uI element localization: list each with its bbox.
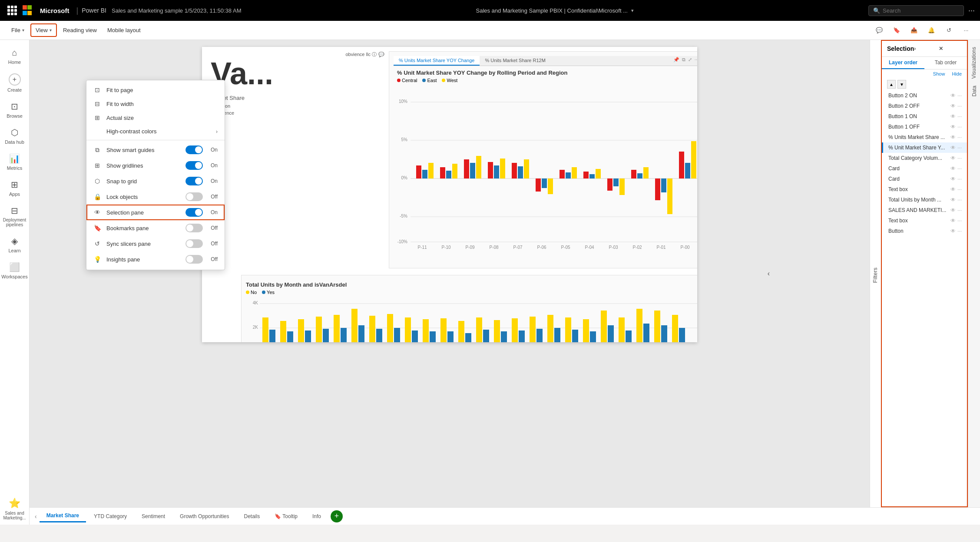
layer-item-total-units-month[interactable]: Total Units by Month ... 👁 ··· xyxy=(882,195,967,205)
layer-item-unit-market-share-y[interactable]: % Unit Market Share Y... 👁 ··· xyxy=(882,142,967,153)
tab-sentiment[interactable]: Sentiment xyxy=(135,511,172,522)
visibility-icon[interactable]: 👁 xyxy=(950,176,956,182)
selection-pane-toggle[interactable] xyxy=(185,208,203,217)
sync-toggle[interactable] xyxy=(185,239,203,248)
visibility-icon[interactable]: 👁 xyxy=(950,103,956,109)
layer-item-button[interactable]: Button 👁 ··· xyxy=(882,226,967,236)
refresh-icon[interactable]: ↺ xyxy=(942,23,956,37)
layer-item-units-market-share[interactable]: % Units Market Share ... 👁 ··· xyxy=(882,132,967,142)
tab-growth-opportunities[interactable]: Growth Opportunities xyxy=(173,511,236,522)
reading-view-button[interactable]: Reading view xyxy=(59,24,101,36)
visibility-icon[interactable]: 👁 xyxy=(950,165,956,172)
show-label[interactable]: Show xyxy=(933,71,945,76)
comment-icon[interactable]: 💬 xyxy=(872,23,886,37)
filters-label[interactable]: Filters xyxy=(870,264,880,286)
sidebar-item-deployment[interactable]: ⊟ Deployment pipelines xyxy=(1,201,29,231)
visibility-icon[interactable]: 👁 xyxy=(950,155,956,161)
more-layer-icon[interactable]: ··· xyxy=(957,145,962,151)
layer-item-text-box2[interactable]: Text box 👁 ··· xyxy=(882,215,967,226)
more-layer-icon[interactable]: ··· xyxy=(957,134,962,140)
smart-guides-toggle[interactable] xyxy=(185,145,203,154)
layer-item-btn1off[interactable]: Button 1 OFF 👁 ··· xyxy=(882,122,967,132)
gridlines-toggle[interactable] xyxy=(185,161,203,170)
visualizations-label[interactable]: Visualizations xyxy=(969,43,980,82)
menu-item-snap-to-grid[interactable]: ⬡ Snap to grid On xyxy=(86,173,225,189)
visibility-icon[interactable]: 👁 xyxy=(950,113,956,119)
search-input[interactable] xyxy=(883,7,959,14)
menu-item-selection-pane[interactable]: 👁 Selection pane On xyxy=(86,205,225,220)
layer-item-card2[interactable]: Card 👁 ··· xyxy=(882,174,967,184)
visibility-icon[interactable]: 👁 xyxy=(950,228,956,234)
filters-collapse[interactable]: ‹ xyxy=(768,270,770,278)
sidebar-item-workspaces[interactable]: ⬜ Workspaces xyxy=(1,258,29,284)
more-layer-icon[interactable]: ··· xyxy=(957,124,962,130)
menu-item-high-contrast[interactable]: High-contrast colors › xyxy=(86,125,225,138)
sidebar-item-apps[interactable]: ⊞ Apps xyxy=(1,175,29,201)
tab-market-share[interactable]: Market Share xyxy=(40,510,86,522)
layer-item-total-cat-vol[interactable]: Total Category Volum... 👁 ··· xyxy=(882,153,967,163)
menu-item-actual-size[interactable]: ⊞ Actual size xyxy=(86,111,225,125)
visibility-icon[interactable]: 👁 xyxy=(950,218,956,224)
more-layer-icon[interactable]: ··· xyxy=(957,113,962,119)
view-menu-button[interactable]: View ▾ xyxy=(30,23,57,37)
more-layer-icon[interactable]: ··· xyxy=(957,218,962,224)
visibility-icon[interactable]: 👁 xyxy=(950,145,956,151)
menu-item-fit-to-width[interactable]: ⊟ Fit to width xyxy=(86,97,225,111)
layer-item-btn2on[interactable]: Button 2 ON 👁 ··· xyxy=(882,90,967,101)
tab-info[interactable]: Info xyxy=(305,511,328,522)
more-layer-icon[interactable]: ··· xyxy=(957,186,962,192)
sidebar-item-datahub[interactable]: ⬡ Data hub xyxy=(1,123,29,149)
visibility-icon[interactable]: 👁 xyxy=(950,93,956,99)
data-label[interactable]: Data xyxy=(970,82,979,100)
bookmarks-toggle[interactable] xyxy=(185,224,203,232)
filter-icon[interactable]: ⧉ xyxy=(682,57,685,65)
lock-toggle[interactable] xyxy=(185,192,203,201)
visibility-icon[interactable]: 👁 xyxy=(950,197,956,203)
chart-tab-yoy[interactable]: % Units Market Share YOY Change xyxy=(394,56,480,66)
comment-btn[interactable]: 💬 xyxy=(378,52,384,57)
visibility-icon[interactable]: 👁 xyxy=(950,207,956,213)
tab-nav-left[interactable]: ‹ xyxy=(33,511,39,522)
layer-item-card1[interactable]: Card 👁 ··· xyxy=(882,163,967,174)
tab-tooltip[interactable]: 🔖 Tooltip xyxy=(268,511,305,522)
more-layer-icon[interactable]: ··· xyxy=(957,103,962,109)
visibility-icon[interactable]: 👁 xyxy=(950,186,956,192)
menu-item-insights-pane[interactable]: 💡 Insights pane Off xyxy=(86,251,225,267)
selection-close-icon[interactable]: ✕ xyxy=(939,46,962,52)
mobile-layout-button[interactable]: Mobile layout xyxy=(103,24,145,36)
file-menu-button[interactable]: File ▾ xyxy=(7,24,29,36)
more-layer-icon[interactable]: ··· xyxy=(957,155,962,161)
menu-item-fit-to-page[interactable]: ⊡ Fit to page xyxy=(86,83,225,97)
more-layer-icon[interactable]: ··· xyxy=(957,176,962,182)
bookmark-icon[interactable]: 🔖 xyxy=(890,23,904,37)
more-layer-icon[interactable]: ··· xyxy=(957,93,962,99)
sort-up-arrow[interactable]: ▲ xyxy=(887,80,896,89)
tab-ytd-category[interactable]: YTD Category xyxy=(87,511,134,522)
sidebar-item-metrics[interactable]: 📊 Metrics xyxy=(1,149,29,175)
tab-details[interactable]: Details xyxy=(237,511,267,522)
insights-toggle[interactable] xyxy=(185,255,203,264)
more-chart-icon[interactable]: ··· xyxy=(695,57,697,65)
sidebar-item-home[interactable]: ⌂ Home xyxy=(1,43,29,69)
more-ribbon-icon[interactable]: ··· xyxy=(959,23,973,37)
menu-item-smart-guides[interactable]: ⧉ Show smart guides On xyxy=(86,142,225,158)
visibility-icon[interactable]: 👁 xyxy=(950,124,956,130)
sidebar-item-create[interactable]: + Create xyxy=(1,69,29,97)
chevron-down-icon[interactable]: ▾ xyxy=(631,8,634,13)
search-box[interactable]: 🔍 xyxy=(868,5,964,16)
more-layer-icon[interactable]: ··· xyxy=(957,197,962,203)
hide-label[interactable]: Hide xyxy=(952,71,962,76)
layer-item-btn1on[interactable]: Button 1 ON 👁 ··· xyxy=(882,111,967,122)
menu-item-lock-objects[interactable]: 🔒 Lock objects Off xyxy=(86,189,225,205)
layer-item-btn2off[interactable]: Button 2 OFF 👁 ··· xyxy=(882,101,967,111)
expand-icon[interactable]: ⤢ xyxy=(688,57,692,65)
add-page-button[interactable]: + xyxy=(331,510,343,522)
tab-tab-order[interactable]: Tab order xyxy=(924,57,967,69)
sidebar-item-learn[interactable]: ◈ Learn xyxy=(1,231,29,258)
layer-item-sales-marketing[interactable]: SALES AND MARKETI... 👁 ··· xyxy=(882,205,967,215)
menu-item-gridlines[interactable]: ⊞ Show gridlines On xyxy=(86,158,225,173)
menu-item-bookmarks-pane[interactable]: 🔖 Bookmarks pane Off xyxy=(86,220,225,236)
tab-layer-order[interactable]: Layer order xyxy=(882,57,924,69)
pin-icon[interactable]: 📌 xyxy=(673,57,679,65)
more-layer-icon[interactable]: ··· xyxy=(957,207,962,213)
